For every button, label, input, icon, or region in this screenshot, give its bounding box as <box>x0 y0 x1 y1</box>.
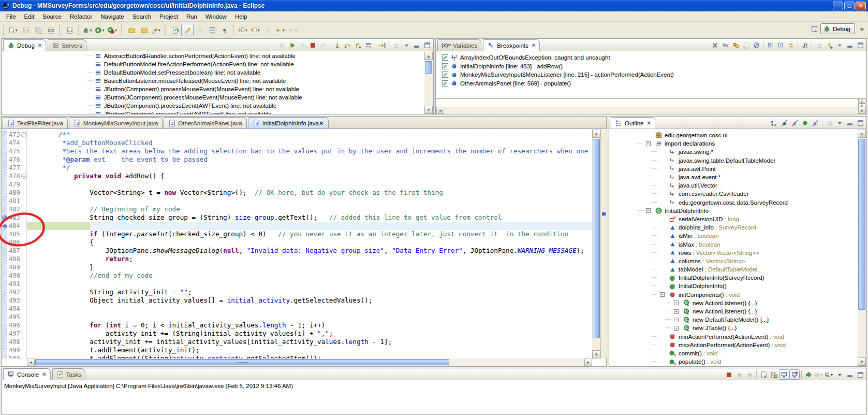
show-stderr-icon[interactable] <box>789 369 800 380</box>
stack-frame[interactable]: ┄┄DefaultButtonModel.fireActionPerformed… <box>2 60 424 68</box>
link-with-debug-icon[interactable] <box>786 40 796 50</box>
breakpoints-horizontal-scrollbar[interactable]: ◄► <box>436 107 866 114</box>
minimize-icon[interactable] <box>411 40 422 50</box>
back-disabled-icon[interactable] <box>262 24 274 36</box>
use-step-filters-icon[interactable] <box>377 40 387 50</box>
line-number[interactable]: 496 <box>7 321 26 330</box>
breakpoint-enabled-checkbox[interactable]: ✓ <box>442 71 448 78</box>
tab-outline[interactable]: Outline✕ <box>611 117 655 128</box>
code-line-500[interactable]: t.addElement((String)activity_certainty.… <box>27 354 592 359</box>
outline-item[interactable]: ┄┄com.csvreader.CsvReader <box>609 190 858 198</box>
tab-servers[interactable]: Servers <box>48 39 86 51</box>
outline-item[interactable]: ┄┄java.awt.event.* <box>609 173 858 181</box>
code-text[interactable]: /** *add_buttonMouseClicked *Sets the te… <box>27 130 592 359</box>
line-number[interactable]: 474 <box>7 139 26 147</box>
collapse-icon[interactable]: − <box>646 208 651 213</box>
menu-help[interactable]: Help <box>231 12 252 21</box>
editor-annotation-ruler[interactable] <box>2 130 7 359</box>
scroll-down-icon[interactable]: ▼ <box>424 106 433 114</box>
stack-frame[interactable]: ┄┄JButton(JComponent).processMouseEvent(… <box>2 93 424 102</box>
open-perspective-icon[interactable] <box>811 25 818 33</box>
code-line-496[interactable]: for (int i = 0; i < initial_activity_val… <box>27 321 592 330</box>
external-tools-icon[interactable]: ▾ <box>107 24 119 36</box>
close-tab-icon[interactable]: ✕ <box>42 371 46 377</box>
close-tab-icon[interactable]: ✕ <box>532 42 536 48</box>
outline-item[interactable]: ┄┄dolphins_info : SurveyRecord <box>609 223 858 232</box>
menu-edit[interactable]: Edit <box>20 12 39 21</box>
code-line-489[interactable]: } <box>27 263 592 271</box>
forward-disabled-icon[interactable]: ▾ <box>287 24 299 36</box>
outline-item[interactable]: ┄┄java.awt.Point <box>609 165 858 173</box>
minimize-window-button[interactable]: ─ <box>833 2 843 10</box>
line-number[interactable]: 487 <box>7 247 26 255</box>
collapse-icon[interactable]: − <box>646 141 651 146</box>
editor-line-number-gutter[interactable]: 4734744754764774784794804814824834844854… <box>7 130 27 359</box>
tab-console[interactable]: Console✕ <box>3 368 51 380</box>
open-console-icon[interactable]: ▾ <box>824 369 834 380</box>
code-line-479[interactable]: ​ <box>27 180 592 189</box>
line-number[interactable]: 495 <box>7 313 26 321</box>
show-whitespace-icon[interactable]: ¶ <box>218 24 231 36</box>
menu-window[interactable]: Window <box>201 12 231 21</box>
step-over-icon[interactable] <box>342 40 352 50</box>
expand-all-icon[interactable] <box>765 40 775 50</box>
outline-vertical-scrollbar[interactable]: ▲ ▼ <box>858 130 866 366</box>
line-number[interactable]: 475 <box>7 147 26 155</box>
outline-item[interactable]: ┄┄edu.georgetown.cosc.data.SurveyRecord <box>609 198 858 207</box>
editor-tab-initialdolphininfo-java[interactable]: JInitialDolphinInfo.java✕ <box>248 117 329 128</box>
save-icon[interactable] <box>20 24 32 36</box>
line-number[interactable]: 493 <box>7 296 26 305</box>
breakpoint-item[interactable]: ✓InitialDolphinInfo [line: 483] - addRow… <box>436 62 866 71</box>
code-line-477[interactable]: */ <box>27 164 592 172</box>
debug-view-vertical-scrollbar[interactable]: ▲ ▼ <box>424 52 433 114</box>
step-return-icon[interactable] <box>352 40 363 50</box>
maximize-icon[interactable] <box>422 40 432 50</box>
tab-variables[interactable]: (x)=Variables <box>437 39 481 51</box>
next-annotation-icon[interactable]: ▾ <box>237 24 249 36</box>
maximize-icon[interactable] <box>855 369 865 380</box>
line-number[interactable]: 476 <box>7 155 26 164</box>
overview-breakpoint-marker[interactable] <box>602 212 606 216</box>
code-line-484[interactable]: ​ <box>27 222 592 230</box>
code-line-482[interactable]: // Beginning of my code <box>27 205 592 213</box>
debug-perspective-button[interactable]: Debug <box>820 23 855 34</box>
code-line-487[interactable]: JOptionPane.showMessageDialog(null, "Inv… <box>27 247 592 255</box>
line-number[interactable]: 491 <box>7 280 26 288</box>
add-java-exception-icon[interactable]: J! <box>800 40 810 50</box>
tab-debug[interactable]: Debug✕ <box>3 39 46 51</box>
code-line-499[interactable]: t.addElement(activity_init); <box>27 346 592 354</box>
drop-to-frame-icon[interactable] <box>363 40 373 50</box>
close-tab-icon[interactable]: ✕ <box>319 120 324 127</box>
breakpoint-item[interactable]: ✓!ArrayIndexOutOfBoundsException: caught… <box>436 53 866 62</box>
scrollbar-thumb[interactable] <box>858 139 865 310</box>
scrollbar-thumb[interactable] <box>593 139 600 338</box>
line-number[interactable]: 498 <box>7 338 26 346</box>
code-line-490[interactable]: //end of my code <box>27 271 592 280</box>
outline-item[interactable]: ┄┄tabModel : DefaultTableModel <box>609 265 858 274</box>
scroll-down-icon[interactable]: ▼ <box>592 350 600 359</box>
outline-item[interactable]: −┄┄CInitialDolphinInfo <box>609 207 858 215</box>
menu-source[interactable]: Source <box>38 12 65 21</box>
code-line-494[interactable]: ​ <box>27 305 592 313</box>
close-window-button[interactable]: ✕ <box>856 2 866 10</box>
pin-console-icon[interactable] <box>803 369 814 380</box>
prev-annotation-icon[interactable]: ▾ <box>249 24 262 36</box>
menu-run[interactable]: Run <box>182 12 201 21</box>
line-number[interactable]: 494 <box>7 305 26 313</box>
hide-fields-icon[interactable] <box>779 118 789 128</box>
outline-item[interactable]: ┄┄SFserialVersionUID : long <box>609 215 858 223</box>
hide-non-public-icon[interactable] <box>800 118 810 128</box>
view-menu-icon[interactable] <box>834 40 845 50</box>
breakpoint-item[interactable]: ✓MonkeyMiaSurveyInput$MenuListener [line… <box>436 70 866 79</box>
debug-icon[interactable]: ▾ <box>82 24 94 36</box>
line-number[interactable]: 485 <box>7 230 26 238</box>
outline-item[interactable]: +┄┄Cnew ActionListener() {...} <box>609 307 858 316</box>
sort-icon[interactable]: az <box>769 118 779 128</box>
show-selected-element-icon[interactable] <box>206 24 218 36</box>
outline-item[interactable]: ┄┄commit() : void <box>609 349 858 357</box>
outline-item[interactable]: −┄┄import declarations <box>609 139 858 148</box>
editor-tab-textfilefilter-java[interactable]: JTextFileFilter.java <box>3 117 68 128</box>
resume-icon[interactable] <box>287 40 297 50</box>
editor-tab-monkeymiasurveyinput-java[interactable]: JMonkeyMiaSurveyInput.java <box>69 117 163 128</box>
line-number[interactable]: 482 <box>7 205 26 213</box>
